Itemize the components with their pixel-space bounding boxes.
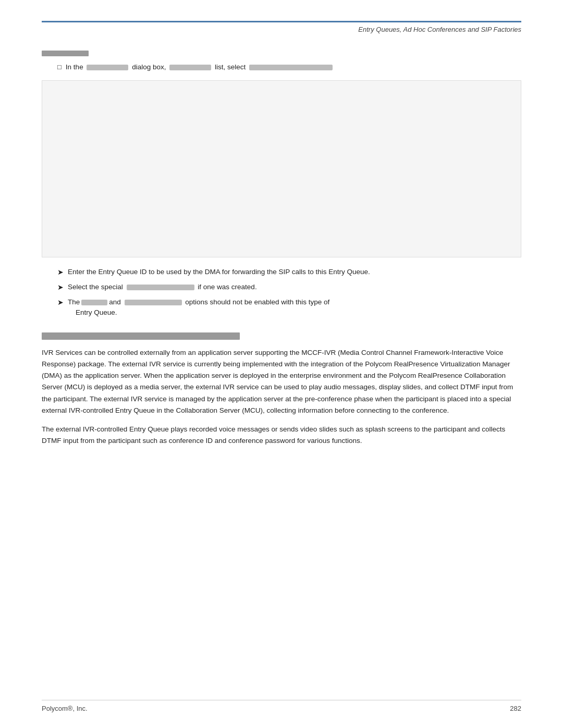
step-marker: □ (57, 63, 62, 71)
bullet-item-2: ➤ Select the special if one was created. (42, 282, 521, 293)
bullet-text-3: The and options should not be enabled wi… (68, 297, 329, 318)
step-text: In the dialog box, list, select (66, 63, 334, 71)
bullet-text-2: Select the special if one was created. (68, 282, 257, 292)
page: Entry Queues, Ad Hoc Conferences and SIP… (0, 0, 563, 728)
image-placeholder (42, 80, 521, 257)
header-title: Entry Queues, Ad Hoc Conferences and SIP… (42, 26, 521, 33)
title-placeholder-block (42, 51, 89, 56)
arrow-marker-2: ➤ (57, 282, 64, 293)
bullet-text-1: Enter the Entry Queue ID to be used by t… (68, 267, 370, 277)
the-placeholder1 (81, 300, 107, 305)
arrow-marker-1: ➤ (57, 267, 64, 278)
bullets-section: ➤ Enter the Entry Queue ID to be used by… (42, 267, 521, 318)
step-section: □ In the dialog box, list, select (42, 63, 521, 71)
the-placeholder2 (125, 300, 182, 305)
footer-page-number: 282 (510, 705, 521, 712)
list-placeholder (169, 65, 211, 70)
arrow-marker-3: ➤ (57, 297, 64, 308)
bullet-item-1: ➤ Enter the Entry Queue ID to be used by… (42, 267, 521, 278)
step-item-1: □ In the dialog box, list, select (42, 63, 521, 71)
section2-heading-placeholder (42, 332, 240, 340)
paragraph-1: IVR Services can be controlled externall… (42, 347, 521, 417)
select-placeholder (249, 65, 333, 70)
special-placeholder (127, 285, 194, 290)
dialog-placeholder (87, 65, 128, 70)
header-bar: Entry Queues, Ad Hoc Conferences and SIP… (42, 21, 521, 33)
paragraph-2: The external IVR-controlled Entry Queue … (42, 424, 521, 447)
footer: Polycom®, Inc. 282 (42, 700, 521, 712)
section2-heading (42, 331, 521, 340)
footer-company: Polycom®, Inc. (42, 705, 88, 712)
bullet-item-3: ➤ The and options should not be enabled … (42, 297, 521, 318)
section1-title (42, 49, 521, 57)
